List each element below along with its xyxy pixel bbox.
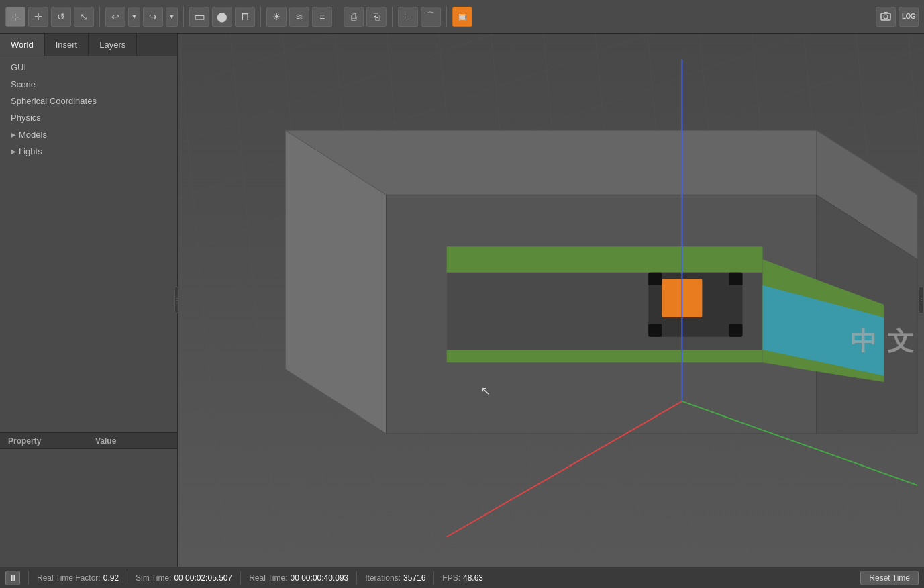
sidebar-menu: GUI Scene Spherical Coordinates Physics … xyxy=(0,56,177,432)
rotate-tool-button[interactable]: ↺ xyxy=(51,7,71,27)
undo-button[interactable]: ↩ xyxy=(105,7,125,27)
separator-3 xyxy=(260,7,261,27)
sidebar: World Insert Layers GUI Scene Spherical … xyxy=(0,34,178,567)
svg-rect-19 xyxy=(729,324,742,337)
sidebar-item-spherical-coordinates[interactable]: Spherical Coordinates xyxy=(0,93,177,109)
wind-button[interactable]: ≋ xyxy=(289,7,309,27)
cylinder-shape-button[interactable]: ⊓ xyxy=(235,7,255,27)
sep3 xyxy=(240,571,241,585)
svg-text:↖: ↖ xyxy=(480,385,491,398)
main-toolbar: ⊹ ✛ ↺ ⤡ ↩ ▼ ↪ ▼ ▭ ⬤ ⊓ ☀ ≋ ≡ ⎙ ⎗ ⊢ ⌒ ▣ LO… xyxy=(0,0,924,34)
measure-button[interactable]: ≡ xyxy=(312,7,332,27)
sim-time-label: Sim Time: xyxy=(136,573,171,583)
sim-time-item: Sim Time: 00 00:02:05.507 xyxy=(136,573,232,583)
toolbar-right-actions: LOG xyxy=(876,7,919,27)
link2-button[interactable]: ⌒ xyxy=(421,7,441,27)
sidebar-item-gui[interactable]: GUI xyxy=(0,59,177,76)
iterations-value: 35716 xyxy=(403,573,425,583)
scene-label: Scene xyxy=(11,79,36,89)
real-time-factor-value: 0.92 xyxy=(103,573,119,583)
sep5 xyxy=(433,571,434,585)
real-time-factor-label: Real Time Factor: xyxy=(37,573,101,583)
separator-4 xyxy=(338,7,338,27)
fps-value: 48.63 xyxy=(463,573,483,583)
scale-tool-button[interactable]: ⤡ xyxy=(74,7,94,27)
models-label: Models xyxy=(19,130,47,140)
spherical-coordinates-label: Spherical Coordinates xyxy=(11,96,97,106)
svg-point-1 xyxy=(884,15,888,19)
property-column-header: Property xyxy=(0,436,87,446)
tab-world[interactable]: World xyxy=(0,34,45,56)
tab-layers[interactable]: Layers xyxy=(89,34,137,56)
lights-arrow-icon: ▶ xyxy=(11,148,16,155)
separator-5 xyxy=(392,7,393,27)
lights-label: Lights xyxy=(19,146,42,156)
sep2 xyxy=(127,571,127,585)
real-time-label: Real Time: xyxy=(249,573,287,583)
copy-button[interactable]: ⎙ xyxy=(344,7,364,27)
main-area: World Insert Layers GUI Scene Spherical … xyxy=(0,34,924,567)
screenshot-button[interactable] xyxy=(876,7,896,27)
properties-header: Property Value xyxy=(0,433,177,449)
link1-button[interactable]: ⊢ xyxy=(398,7,418,27)
fps-label: FPS: xyxy=(442,573,460,583)
svg-rect-17 xyxy=(729,273,742,285)
pause-control: ⏸ xyxy=(5,571,20,585)
sep1 xyxy=(28,571,29,585)
properties-content xyxy=(0,449,177,567)
svg-rect-18 xyxy=(648,324,662,337)
iterations-item: Iterations: 35716 xyxy=(365,573,425,583)
scene-view: 中 文 ↖ xyxy=(178,34,924,567)
status-bar: ⏸ Real Time Factor: 0.92 Sim Time: 00 00… xyxy=(0,567,924,588)
physics-label: Physics xyxy=(11,113,41,123)
log-button[interactable]: LOG xyxy=(899,7,919,27)
material-button[interactable]: ▣ xyxy=(452,7,472,27)
properties-panel: Property Value xyxy=(0,432,177,567)
real-time-value: 00 00:00:40.093 xyxy=(291,573,349,583)
fps-item: FPS: 48.63 xyxy=(442,573,483,583)
light-button[interactable]: ☀ xyxy=(266,7,287,27)
value-column-header: Value xyxy=(87,436,124,446)
pause-button[interactable]: ⏸ xyxy=(5,571,20,585)
sidebar-item-models[interactable]: ▶ Models xyxy=(0,126,177,143)
undo-dropdown-button[interactable]: ▼ xyxy=(128,7,140,27)
sphere-shape-button[interactable]: ⬤ xyxy=(212,7,232,27)
separator-6 xyxy=(446,7,447,27)
move-tool-button[interactable]: ✛ xyxy=(28,7,48,27)
separator-2 xyxy=(183,7,184,27)
real-time-item: Real Time: 00 00:00:40.093 xyxy=(249,573,348,583)
iterations-label: Iterations: xyxy=(365,573,401,583)
paste-button[interactable]: ⎗ xyxy=(366,7,387,27)
sim-time-value: 00 00:02:05.507 xyxy=(174,573,232,583)
svg-text:中: 中 xyxy=(850,326,877,355)
viewport-right-handle[interactable]: ⋮ xyxy=(919,287,924,313)
separator-1 xyxy=(99,7,100,27)
sep4 xyxy=(356,571,357,585)
svg-rect-2 xyxy=(884,12,888,13)
reset-time-button[interactable]: Reset Time xyxy=(860,571,919,585)
select-tool-button[interactable]: ⊹ xyxy=(5,7,25,27)
svg-rect-16 xyxy=(648,273,662,285)
models-arrow-icon: ▶ xyxy=(11,131,16,138)
sidebar-item-physics[interactable]: Physics xyxy=(0,109,177,126)
svg-text:文: 文 xyxy=(887,326,915,355)
gui-label: GUI xyxy=(11,62,26,72)
redo-button[interactable]: ↪ xyxy=(143,7,163,27)
redo-dropdown-button[interactable]: ▼ xyxy=(166,7,178,27)
tab-insert[interactable]: Insert xyxy=(45,34,89,56)
sidebar-item-lights[interactable]: ▶ Lights xyxy=(0,143,177,160)
sidebar-tabs: World Insert Layers xyxy=(0,34,177,56)
sidebar-item-scene[interactable]: Scene xyxy=(0,76,177,93)
viewport[interactable]: 中 文 ↖ ⋮ xyxy=(178,34,924,567)
real-time-factor-item: Real Time Factor: 0.92 xyxy=(37,573,119,583)
box-shape-button[interactable]: ▭ xyxy=(189,7,209,27)
